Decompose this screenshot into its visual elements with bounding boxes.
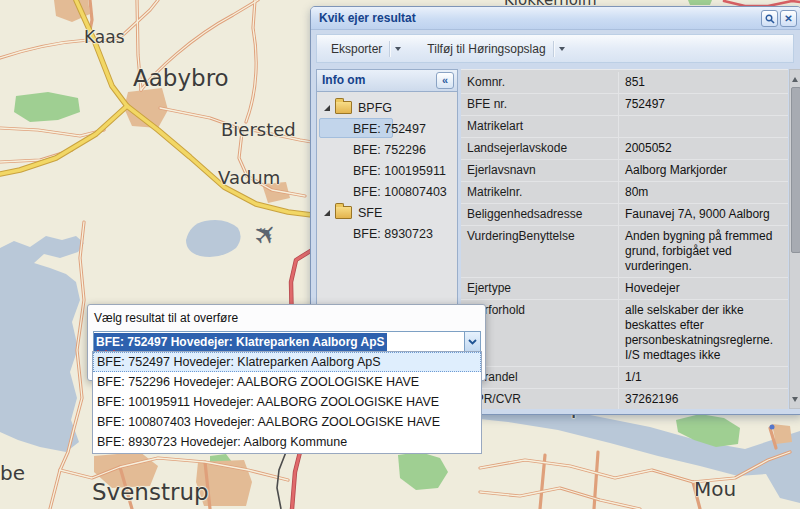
table-row[interactable]: Ejerlavsnavn Aalborg Markjorder bbox=[461, 160, 788, 182]
tree-node-sfe[interactable]: SFE bbox=[317, 202, 457, 223]
window-title: Kvik ejer resultat bbox=[319, 11, 416, 25]
scrollbar-thumb[interactable] bbox=[791, 87, 800, 253]
expander-icon[interactable] bbox=[324, 210, 330, 216]
add-to-hearing-button-label: Tilføj til Høringsopslag bbox=[427, 42, 545, 56]
table-row[interactable]: Matrikelnr. 80m bbox=[461, 182, 788, 204]
tree-node-bfe-752497[interactable]: BFE: 752497 bbox=[317, 118, 457, 139]
transfer-popup-label: Vælg resultat til at overføre bbox=[94, 311, 238, 325]
table-row[interactable]: BFE nr. 752497 bbox=[461, 94, 788, 116]
map-label-vadum: Vadum bbox=[218, 167, 280, 188]
export-button-label: Eksporter bbox=[331, 42, 382, 56]
expander-icon[interactable] bbox=[324, 105, 330, 111]
table-row[interactable]: Ejerforhold alle selskaber der ikke besk… bbox=[461, 300, 788, 367]
map-label-svenstrup: Svenstrup bbox=[92, 479, 209, 505]
map-label-mou: Mou bbox=[694, 477, 736, 501]
folder-icon bbox=[335, 206, 352, 219]
add-to-hearing-button[interactable]: Tilføj til Høringsopslag bbox=[419, 38, 570, 60]
magnifier-icon[interactable] bbox=[761, 10, 778, 27]
export-dropdown-arrow-icon[interactable] bbox=[395, 47, 401, 54]
property-grid: Komnr. 851 BFE nr. 752497 Matrikelart La… bbox=[461, 69, 788, 409]
list-item[interactable]: BFE: 752497 Hovedejer: Klatreparken Aalb… bbox=[93, 352, 481, 372]
folder-icon bbox=[335, 101, 352, 114]
add-to-hearing-dropdown-arrow-icon[interactable] bbox=[559, 47, 565, 54]
table-row[interactable]: Komnr. 851 bbox=[461, 72, 788, 94]
tree-node-bfe-752296[interactable]: BFE: 752296 bbox=[317, 139, 457, 160]
list-item[interactable]: BFE: 8930723 Hovedejer: Aalborg Kommune bbox=[93, 432, 481, 452]
combobox-trigger-button[interactable] bbox=[464, 331, 481, 352]
table-row[interactable]: CPR/CVR 37262196 bbox=[461, 389, 788, 409]
combobox-dropdown-list: BFE: 752497 Hovedejer: Klatreparken Aalb… bbox=[92, 351, 482, 454]
tree-node-bpfg[interactable]: BPFG bbox=[317, 97, 457, 118]
info-om-panel-title: Info om bbox=[322, 73, 365, 87]
tree-node-bfe-100195911[interactable]: BFE: 100195911 bbox=[317, 160, 457, 181]
scroll-up-icon[interactable] bbox=[790, 71, 800, 84]
tree-node-bfe-100807403[interactable]: BFE: 100807403 bbox=[317, 181, 457, 202]
map-label-biersted: Biersted bbox=[221, 119, 296, 140]
result-tree: BPFG BFE: 752497 BFE: 752296 BFE: 100195… bbox=[317, 92, 457, 244]
table-row[interactable]: Matrikelart bbox=[461, 116, 788, 138]
collapse-panel-icon[interactable]: « bbox=[436, 72, 454, 89]
table-row[interactable]: Ejertype Hovedejer bbox=[461, 278, 788, 300]
map-label-partial: be bbox=[0, 461, 25, 485]
grid-scrollbar[interactable] bbox=[789, 69, 800, 409]
table-row[interactable]: Beliggenhedsadresse Faunavej 7A, 9000 Aa… bbox=[461, 204, 788, 226]
close-icon[interactable]: ✕ bbox=[780, 10, 797, 27]
table-row[interactable]: VurderingBenyttelse Anden bygning på fre… bbox=[461, 226, 788, 278]
list-item[interactable]: BFE: 752296 Hovedejer: AALBORG ZOOLOGISK… bbox=[93, 372, 481, 392]
window-toolbar: Eksporter Tilføj til Høringsopslag bbox=[316, 34, 794, 63]
list-item[interactable]: BFE: 100807403 Hovedejer: AALBORG ZOOLOG… bbox=[93, 412, 481, 432]
result-combobox[interactable]: BFE: 752497 Hovedejer: Klatreparken Aalb… bbox=[93, 331, 481, 352]
combobox-field[interactable]: BFE: 752497 Hovedejer: Klatreparken Aalb… bbox=[93, 331, 464, 352]
combobox-selected-text: BFE: 752497 Hovedejer: Klatreparken Aalb… bbox=[94, 333, 387, 352]
map-label-kaas: Kaas bbox=[84, 27, 125, 47]
window-titlebar[interactable]: Kvik ejer resultat ✕ bbox=[311, 7, 800, 30]
list-item[interactable]: BFE: 100195911 Hovedejer: AALBORG ZOOLOG… bbox=[93, 392, 481, 412]
table-row[interactable]: Ejerandel 1/1 bbox=[461, 367, 788, 389]
tree-node-bfe-8930723[interactable]: BFE: 8930723 bbox=[317, 223, 457, 244]
export-button[interactable]: Eksporter bbox=[323, 38, 407, 60]
table-row[interactable]: Landsejerlavskode 2005052 bbox=[461, 138, 788, 160]
info-om-panel-header: Info om « bbox=[317, 70, 457, 92]
chevron-down-icon bbox=[468, 339, 477, 345]
map-label-aabybro: Aabybro bbox=[133, 65, 229, 91]
scroll-down-icon[interactable] bbox=[790, 394, 800, 407]
